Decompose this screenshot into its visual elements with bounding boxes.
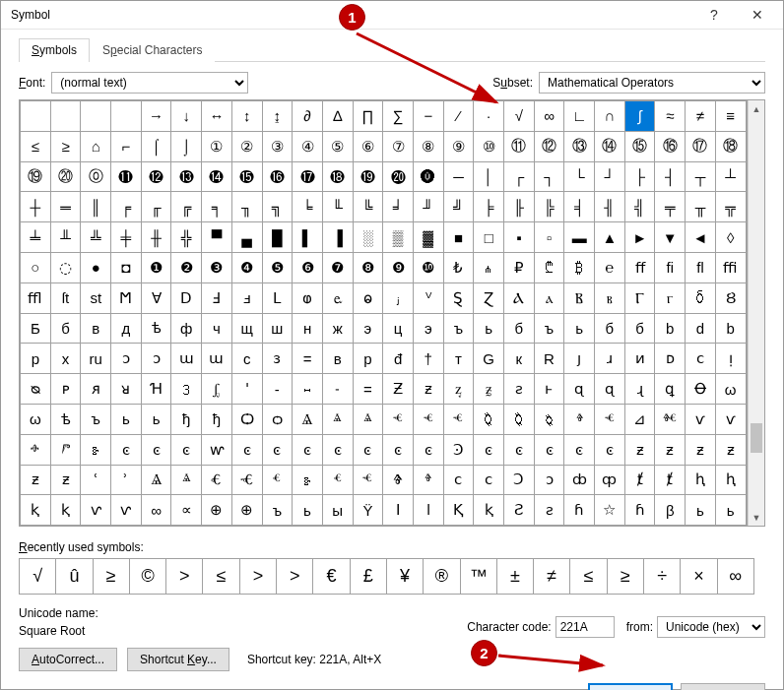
symbol-cell[interactable]: ◊: [716, 222, 746, 252]
symbol-cell[interactable]: Ⲁ: [504, 283, 534, 313]
symbol-cell[interactable]: ь: [716, 495, 746, 525]
symbol-cell[interactable]: ▒: [383, 222, 413, 252]
recent-cell[interactable]: ≥: [94, 559, 129, 594]
grid-scrollbar[interactable]: ▲ ▼: [748, 100, 764, 526]
symbol-cell[interactable]: ω: [716, 374, 746, 404]
symbol-cell[interactable]: ▐: [323, 222, 353, 252]
symbol-cell[interactable]: Ȿ: [444, 283, 474, 313]
symbol-cell[interactable]: ╖: [232, 192, 262, 221]
symbol-grid[interactable]: →↓↔↕↨∂∆∏∑−∕∙√∞∟∩∫≈≠≡≤≥⌂⌐⌠⌡①②③④⑤⑥⑦⑧⑨⑩⑪⑫⑬⑭…: [20, 100, 748, 526]
symbol-cell[interactable]: ф: [171, 314, 201, 344]
symbol-cell[interactable]: ╟: [504, 192, 534, 221]
symbol-cell[interactable]: к: [504, 344, 534, 373]
symbol-cell[interactable]: ❿: [414, 253, 443, 282]
symbol-cell[interactable]: ⱕ: [595, 405, 624, 434]
recent-cell[interactable]: ≤: [203, 559, 238, 594]
symbol-cell[interactable]: =: [293, 344, 322, 373]
symbol-cell[interactable]: ⓰: [263, 162, 293, 192]
symbol-cell[interactable]: ⱕ: [383, 405, 413, 434]
symbol-cell[interactable]: Ѻ: [232, 405, 262, 434]
symbol-cell[interactable]: ☆: [595, 495, 624, 525]
symbol-cell[interactable]: ƶ: [21, 466, 50, 495]
symbol-cell[interactable]: ͼ: [354, 435, 383, 465]
symbol-cell[interactable]: ≈: [655, 101, 685, 131]
symbol-cell[interactable]: -: [263, 374, 293, 404]
symbol-cell[interactable]: ╩: [81, 222, 110, 252]
symbol-cell[interactable]: =: [354, 374, 383, 404]
symbol-cell[interactable]: ⅽ: [444, 466, 474, 495]
symbol-cell[interactable]: Ⱒ: [504, 405, 534, 434]
symbol-cell[interactable]: ┐: [535, 162, 564, 192]
recent-cell[interactable]: ±: [497, 559, 533, 594]
symbol-cell[interactable]: ь: [564, 314, 594, 344]
symbol-cell[interactable]: ꝗ: [655, 374, 685, 404]
cancel-button[interactable]: Cancel: [681, 683, 765, 690]
symbol-cell[interactable]: ⑭: [595, 132, 624, 161]
symbol-cell[interactable]: ⑤: [323, 132, 353, 161]
symbol-cell[interactable]: ∆: [323, 101, 353, 131]
symbol-cell[interactable]: G: [474, 344, 503, 373]
symbol-cell[interactable]: ₺: [444, 253, 474, 282]
symbol-cell[interactable]: ▲: [595, 222, 624, 252]
recent-cell[interactable]: ∞: [718, 559, 753, 594]
symbol-cell[interactable]: ⑳: [51, 162, 81, 192]
symbol-cell[interactable]: Ϻ: [111, 283, 141, 313]
symbol-cell[interactable]: [51, 101, 81, 131]
autocorrect-button[interactable]: AutoCorrect...: [19, 648, 117, 671]
symbol-cell[interactable]: ⓯: [232, 162, 262, 192]
symbol-cell[interactable]: ƶ: [716, 435, 746, 465]
symbol-cell[interactable]: ∕: [444, 101, 474, 131]
symbol-cell[interactable]: ь: [111, 405, 141, 434]
symbol-cell[interactable]: ╡: [564, 192, 594, 221]
symbol-cell[interactable]: ѵ: [716, 405, 746, 434]
scroll-track[interactable]: [749, 117, 764, 509]
recent-cell[interactable]: ×: [681, 559, 716, 594]
symbol-cell[interactable]: ▼: [655, 222, 685, 252]
symbol-cell[interactable]: ⊕: [232, 495, 262, 525]
symbol-cell[interactable]: ⱦ: [625, 466, 655, 495]
symbol-cell[interactable]: ⱖ: [414, 466, 443, 495]
symbol-cell[interactable]: ╒: [111, 192, 141, 221]
symbol-cell[interactable]: ȹ: [595, 466, 624, 495]
subset-combo[interactable]: Mathematical Operators: [539, 72, 765, 94]
symbol-cell[interactable]: ⑯: [655, 132, 685, 161]
symbol-cell[interactable]: в: [81, 314, 110, 344]
symbol-cell[interactable]: Ⅼ: [263, 283, 293, 313]
symbol-cell[interactable]: ╗: [263, 192, 293, 221]
char-code-input[interactable]: [555, 616, 615, 638]
symbol-cell[interactable]: ⱒ: [535, 405, 564, 434]
symbol-cell[interactable]: ⱕ: [414, 405, 443, 434]
symbol-cell[interactable]: ⌂: [81, 132, 110, 161]
symbol-cell[interactable]: ⱨ: [716, 466, 746, 495]
symbol-cell[interactable]: ╜: [414, 192, 443, 221]
symbol-cell[interactable]: д: [111, 314, 141, 344]
recent-cell[interactable]: û: [56, 559, 92, 594]
symbol-cell[interactable]: Ꝋ: [686, 374, 715, 404]
symbol-cell[interactable]: ђ: [171, 405, 201, 434]
symbol-cell[interactable]: ɔ: [142, 344, 171, 373]
symbol-cell[interactable]: ɔ: [111, 344, 141, 373]
symbol-cell[interactable]: →: [142, 101, 171, 131]
symbol-cell[interactable]: ⱖ: [564, 405, 594, 434]
symbol-cell[interactable]: ъ: [535, 314, 564, 344]
symbol-cell[interactable]: ║: [81, 192, 110, 221]
symbol-cell[interactable]: ⱑ: [323, 405, 353, 434]
symbol-cell[interactable]: ɜ: [263, 344, 293, 373]
symbol-cell[interactable]: đ: [383, 344, 413, 373]
symbol-cell[interactable]: [81, 101, 110, 131]
symbol-cell[interactable]: ᴘ: [51, 374, 81, 404]
symbol-cell[interactable]: ∫: [625, 101, 655, 131]
symbol-cell[interactable]: Ⱖ: [383, 466, 413, 495]
symbol-cell[interactable]: ─: [444, 162, 474, 192]
symbol-cell[interactable]: ⓿: [414, 162, 443, 192]
symbol-cell[interactable]: ❾: [383, 253, 413, 282]
symbol-cell[interactable]: ⱼ: [383, 283, 413, 313]
symbol-cell[interactable]: ⅽ: [474, 466, 503, 495]
symbol-cell[interactable]: ❽: [354, 253, 383, 282]
symbol-cell[interactable]: Ɜ: [171, 374, 201, 404]
symbol-cell[interactable]: ƶ: [414, 374, 443, 404]
symbol-cell[interactable]: ⑥: [354, 132, 383, 161]
symbol-cell[interactable]: ▪: [504, 222, 534, 252]
scroll-down-icon[interactable]: ▼: [749, 509, 764, 526]
symbol-cell[interactable]: ≥: [51, 132, 81, 161]
